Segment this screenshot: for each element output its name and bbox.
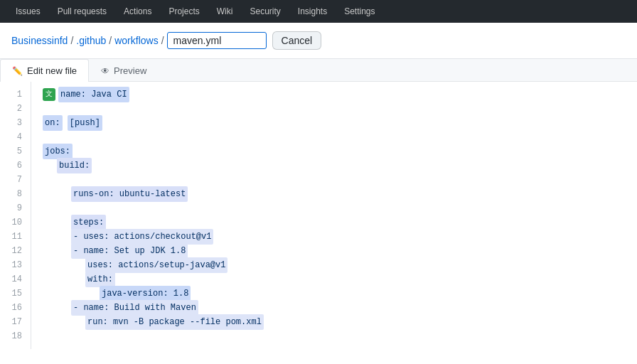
code-token: with: [85,272,115,287]
code-token: uses: actions/setup-java@v1 [85,257,228,273]
ln-13: 13 [11,258,22,272]
ln-1: 1 [11,87,22,102]
breadcrumb-sep-1: / [70,35,73,46]
ln-10: 10 [11,215,22,230]
filename-input[interactable] [167,32,267,49]
ln-5: 5 [11,144,22,159]
ln-2: 2 [11,102,22,116]
code-line-3: on: [push] [31,116,637,130]
code-token: name: Java CI [58,87,129,102]
code-line-4 [31,130,637,144]
code-line-7 [31,173,637,187]
code-line-16: - name: Build with Maven [31,301,637,315]
breadcrumb-sep-2: / [109,35,112,46]
cancel-button[interactable]: Cancel [272,31,322,50]
editor-container: 1 2 3 4 5 6 7 8 9 10 11 12 13 14 15 16 1… [0,82,637,349]
line1-icon: 文 [43,88,55,101]
ln-8: 8 [11,187,22,201]
code-token: - name: Set up JDK 1.8 [71,243,188,259]
breadcrumb-sep-3: / [161,35,164,46]
breadcrumb: Businessinfd / .github / workflows / Can… [0,23,637,59]
ln-16: 16 [11,301,22,315]
code-line-5: jobs: [31,144,637,159]
code-line-10: steps: [31,215,637,230]
code-editor[interactable]: 文name: Java CI on: [push] jobs: build: r… [31,82,637,349]
code-line-8: runs-on: ubuntu-latest [31,187,637,201]
github-folder-link[interactable]: .github [76,35,106,46]
ln-12: 12 [11,244,22,258]
nav-insights[interactable]: Insights [294,5,331,18]
nav-wiki[interactable]: Wiki [213,5,237,18]
ln-11: 11 [11,230,22,244]
tab-preview[interactable]: 👁 Preview [89,59,159,82]
nav-projects[interactable]: Projects [164,5,203,18]
top-nav: Issues Pull requests Actions Projects Wi… [0,0,637,23]
ln-18: 18 [11,329,22,343]
code-token: runs-on: ubuntu-latest [71,186,188,202]
code-token: run: mvn -B package --file pom.xml [85,314,264,330]
preview-icon: 👁 [101,66,109,76]
code-line-14: with: [31,272,637,287]
nav-security[interactable]: Security [245,5,284,18]
code-token: - name: Build with Maven [71,300,198,316]
ln-7: 7 [11,173,22,187]
nav-actions[interactable]: Actions [119,5,156,18]
nav-prs[interactable]: Pull requests [53,5,111,18]
tabs-bar: ✏️ Edit new file 👁 Preview [0,59,637,82]
code-token: java-version: 1.8 [100,286,191,301]
ln-6: 6 [11,159,22,173]
ln-4: 4 [11,130,22,144]
workflows-folder-link[interactable]: workflows [114,35,158,46]
code-line-15: java-version: 1.8 [31,287,637,301]
code-token: jobs: [43,144,73,159]
repo-link[interactable]: Businessinfd [11,35,68,46]
edit-icon: ✏️ [12,66,23,76]
ln-17: 17 [11,315,22,329]
code-line-18 [31,329,637,343]
code-line-6: build: [31,159,637,173]
preview-tab-label: Preview [114,65,146,76]
code-line-17: run: mvn -B package --file pom.xml [31,315,637,329]
nav-issues[interactable]: Issues [11,5,45,18]
code-line-1: 文name: Java CI [31,87,637,102]
code-line-13: uses: actions/setup-java@v1 [31,258,637,272]
line-numbers: 1 2 3 4 5 6 7 8 9 10 11 12 13 14 15 16 1… [0,82,31,349]
nav-settings[interactable]: Settings [340,5,379,18]
ln-15: 15 [11,287,22,301]
ln-3: 3 [11,116,22,130]
code-token: - uses: actions/checkout@v1 [71,229,213,245]
tab-edit[interactable]: ✏️ Edit new file [0,59,89,82]
code-line-2 [31,102,637,116]
ln-14: 14 [11,272,22,287]
code-token: on: [43,115,63,131]
code-line-12: - name: Set up JDK 1.8 [31,244,637,258]
ln-9: 9 [11,201,22,215]
code-line-9 [31,201,637,215]
code-line-11: - uses: actions/checkout@v1 [31,230,637,244]
code-token: [push] [68,115,102,131]
edit-tab-label: Edit new file [27,65,77,76]
code-token: build: [57,158,92,173]
code-token: steps: [71,215,106,230]
